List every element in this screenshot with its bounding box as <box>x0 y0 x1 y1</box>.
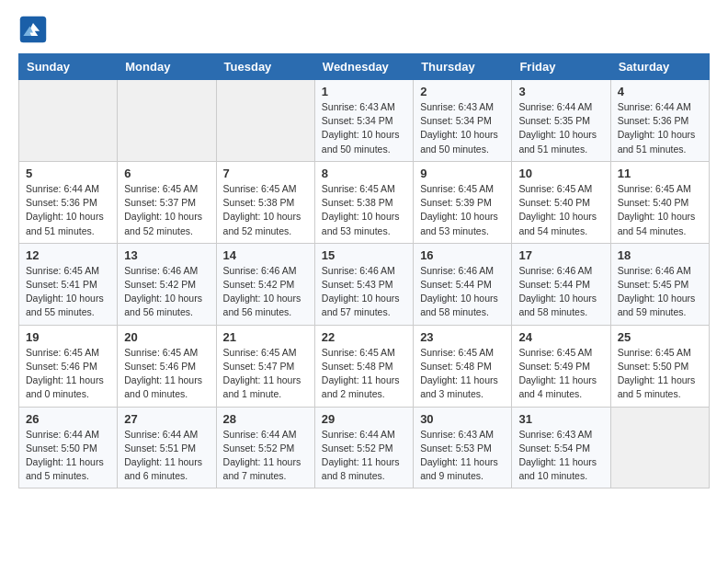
header <box>18 15 710 44</box>
day-info: Sunrise: 6:45 AMSunset: 5:50 PMDaylight:… <box>618 346 702 402</box>
day-info: Sunrise: 6:45 AMSunset: 5:40 PMDaylight:… <box>518 182 603 238</box>
day-number: 8 <box>322 167 406 180</box>
day-number: 21 <box>223 330 308 344</box>
day-info: Sunrise: 6:46 AMSunset: 5:43 PMDaylight:… <box>322 264 406 320</box>
day-info: Sunrise: 6:45 AMSunset: 5:38 PMDaylight:… <box>322 182 406 238</box>
calendar-week-3: 12Sunrise: 6:45 AMSunset: 5:41 PMDayligh… <box>19 243 710 325</box>
calendar-cell: 12Sunrise: 6:45 AMSunset: 5:41 PMDayligh… <box>19 243 118 325</box>
calendar-cell: 25Sunrise: 6:45 AMSunset: 5:50 PMDayligh… <box>610 325 709 407</box>
day-number: 29 <box>322 412 406 426</box>
day-info: Sunrise: 6:45 AMSunset: 5:48 PMDaylight:… <box>420 346 505 402</box>
calendar-cell: 27Sunrise: 6:44 AMSunset: 5:51 PMDayligh… <box>118 407 216 488</box>
calendar-cell: 26Sunrise: 6:44 AMSunset: 5:50 PMDayligh… <box>19 407 118 488</box>
calendar-cell: 24Sunrise: 6:45 AMSunset: 5:49 PMDayligh… <box>512 325 610 407</box>
logo <box>18 15 51 44</box>
day-number: 13 <box>124 248 209 262</box>
day-number: 30 <box>420 412 505 426</box>
calendar-cell: 14Sunrise: 6:46 AMSunset: 5:42 PMDayligh… <box>216 243 314 325</box>
day-number: 11 <box>618 167 702 180</box>
calendar-cell <box>610 407 709 488</box>
calendar-cell: 9Sunrise: 6:45 AMSunset: 5:39 PMDaylight… <box>414 161 512 243</box>
day-number: 9 <box>420 167 505 180</box>
day-number: 23 <box>420 330 505 344</box>
calendar-cell: 23Sunrise: 6:45 AMSunset: 5:48 PMDayligh… <box>414 325 512 407</box>
day-number: 31 <box>518 412 603 426</box>
calendar-cell: 21Sunrise: 6:45 AMSunset: 5:47 PMDayligh… <box>216 325 314 407</box>
day-number: 20 <box>124 330 209 344</box>
calendar-cell: 31Sunrise: 6:43 AMSunset: 5:54 PMDayligh… <box>512 407 610 488</box>
calendar-week-2: 5Sunrise: 6:44 AMSunset: 5:36 PMDaylight… <box>19 161 710 243</box>
calendar-cell: 10Sunrise: 6:45 AMSunset: 5:40 PMDayligh… <box>512 161 610 243</box>
day-info: Sunrise: 6:44 AMSunset: 5:50 PMDaylight:… <box>26 428 110 484</box>
day-info: Sunrise: 6:46 AMSunset: 5:42 PMDaylight:… <box>124 264 209 320</box>
calendar-header-tuesday: Tuesday <box>216 54 314 80</box>
calendar-cell: 30Sunrise: 6:43 AMSunset: 5:53 PMDayligh… <box>414 407 512 488</box>
day-info: Sunrise: 6:46 AMSunset: 5:44 PMDaylight:… <box>420 264 505 320</box>
day-info: Sunrise: 6:43 AMSunset: 5:53 PMDaylight:… <box>420 428 505 484</box>
day-number: 22 <box>322 330 406 344</box>
calendar-cell: 16Sunrise: 6:46 AMSunset: 5:44 PMDayligh… <box>414 243 512 325</box>
day-info: Sunrise: 6:45 AMSunset: 5:41 PMDaylight:… <box>26 264 110 320</box>
day-info: Sunrise: 6:44 AMSunset: 5:36 PMDaylight:… <box>26 182 110 238</box>
day-info: Sunrise: 6:45 AMSunset: 5:48 PMDaylight:… <box>322 346 406 402</box>
calendar-week-1: 1Sunrise: 6:43 AMSunset: 5:34 PMDaylight… <box>19 80 710 162</box>
day-number: 7 <box>223 167 308 180</box>
calendar-cell: 28Sunrise: 6:44 AMSunset: 5:52 PMDayligh… <box>216 407 314 488</box>
calendar-cell <box>118 80 216 162</box>
calendar-header-row: SundayMondayTuesdayWednesdayThursdayFrid… <box>19 54 710 80</box>
day-info: Sunrise: 6:45 AMSunset: 5:37 PMDaylight:… <box>124 182 209 238</box>
calendar-cell: 17Sunrise: 6:46 AMSunset: 5:44 PMDayligh… <box>512 243 610 325</box>
day-number: 4 <box>618 85 702 98</box>
day-number: 10 <box>518 167 603 180</box>
calendar-cell: 4Sunrise: 6:44 AMSunset: 5:36 PMDaylight… <box>610 80 709 162</box>
calendar-cell: 13Sunrise: 6:46 AMSunset: 5:42 PMDayligh… <box>118 243 216 325</box>
day-info: Sunrise: 6:46 AMSunset: 5:44 PMDaylight:… <box>518 264 603 320</box>
page-container: SundayMondayTuesdayWednesdayThursdayFrid… <box>0 0 728 503</box>
calendar-cell: 5Sunrise: 6:44 AMSunset: 5:36 PMDaylight… <box>19 161 118 243</box>
calendar-header-friday: Friday <box>512 54 610 80</box>
day-info: Sunrise: 6:45 AMSunset: 5:40 PMDaylight:… <box>618 182 702 238</box>
day-info: Sunrise: 6:44 AMSunset: 5:52 PMDaylight:… <box>223 428 308 484</box>
calendar-cell: 3Sunrise: 6:44 AMSunset: 5:35 PMDaylight… <box>512 80 610 162</box>
day-info: Sunrise: 6:44 AMSunset: 5:51 PMDaylight:… <box>124 428 209 484</box>
calendar-cell: 18Sunrise: 6:46 AMSunset: 5:45 PMDayligh… <box>610 243 709 325</box>
calendar-cell: 1Sunrise: 6:43 AMSunset: 5:34 PMDaylight… <box>314 80 413 162</box>
calendar-cell <box>216 80 314 162</box>
day-info: Sunrise: 6:45 AMSunset: 5:46 PMDaylight:… <box>26 346 110 402</box>
calendar-cell: 7Sunrise: 6:45 AMSunset: 5:38 PMDaylight… <box>216 161 314 243</box>
calendar-header-monday: Monday <box>118 54 216 80</box>
day-info: Sunrise: 6:45 AMSunset: 5:39 PMDaylight:… <box>420 182 505 238</box>
calendar-cell: 15Sunrise: 6:46 AMSunset: 5:43 PMDayligh… <box>314 243 413 325</box>
logo-icon <box>18 15 48 44</box>
day-info: Sunrise: 6:43 AMSunset: 5:34 PMDaylight:… <box>420 100 505 156</box>
day-info: Sunrise: 6:43 AMSunset: 5:54 PMDaylight:… <box>518 428 603 484</box>
day-info: Sunrise: 6:44 AMSunset: 5:35 PMDaylight:… <box>518 100 603 156</box>
calendar-cell: 6Sunrise: 6:45 AMSunset: 5:37 PMDaylight… <box>118 161 216 243</box>
calendar-cell: 20Sunrise: 6:45 AMSunset: 5:46 PMDayligh… <box>118 325 216 407</box>
calendar-cell: 2Sunrise: 6:43 AMSunset: 5:34 PMDaylight… <box>414 80 512 162</box>
day-info: Sunrise: 6:45 AMSunset: 5:46 PMDaylight:… <box>124 346 209 402</box>
day-number: 14 <box>223 248 308 262</box>
day-info: Sunrise: 6:45 AMSunset: 5:38 PMDaylight:… <box>223 182 308 238</box>
day-number: 28 <box>223 412 308 426</box>
day-number: 2 <box>420 85 505 98</box>
day-number: 3 <box>518 85 603 98</box>
day-number: 12 <box>26 248 110 262</box>
calendar-cell <box>19 80 118 162</box>
calendar-table: SundayMondayTuesdayWednesdayThursdayFrid… <box>18 53 710 488</box>
calendar-cell: 29Sunrise: 6:44 AMSunset: 5:52 PMDayligh… <box>314 407 413 488</box>
day-number: 19 <box>26 330 110 344</box>
calendar-cell: 19Sunrise: 6:45 AMSunset: 5:46 PMDayligh… <box>19 325 118 407</box>
day-info: Sunrise: 6:44 AMSunset: 5:52 PMDaylight:… <box>322 428 406 484</box>
day-info: Sunrise: 6:46 AMSunset: 5:42 PMDaylight:… <box>223 264 308 320</box>
calendar-cell: 8Sunrise: 6:45 AMSunset: 5:38 PMDaylight… <box>314 161 413 243</box>
calendar-header-thursday: Thursday <box>414 54 512 80</box>
day-number: 18 <box>618 248 702 262</box>
day-number: 24 <box>518 330 603 344</box>
day-number: 25 <box>618 330 702 344</box>
calendar-cell: 22Sunrise: 6:45 AMSunset: 5:48 PMDayligh… <box>314 325 413 407</box>
day-info: Sunrise: 6:45 AMSunset: 5:47 PMDaylight:… <box>223 346 308 402</box>
day-number: 17 <box>518 248 603 262</box>
day-number: 6 <box>124 167 209 180</box>
day-number: 27 <box>124 412 209 426</box>
